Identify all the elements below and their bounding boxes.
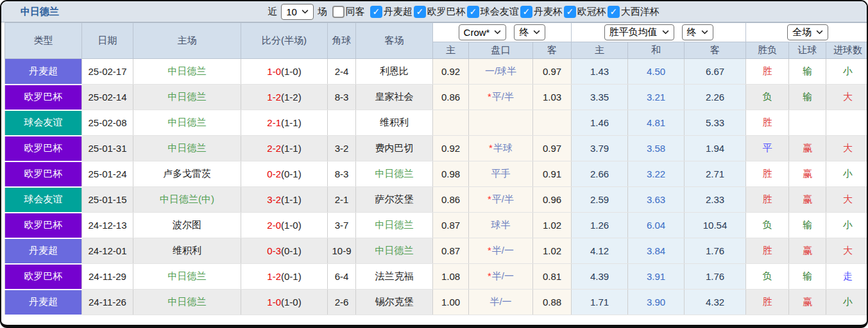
- title-bar: 中日德兰 近 10 场 同客 ✓丹麦超✓欧罗巴杯✓球会友谊✓丹麦杯✓欧冠杯✓大西…: [1, 1, 867, 22]
- league-checkbox[interactable]: ✓: [370, 6, 382, 18]
- match-date: 25-01-24: [82, 161, 133, 187]
- match-date: 24-12-13: [82, 213, 133, 238]
- result-handicap: [789, 110, 826, 136]
- ah-line-text: 平/半: [492, 91, 514, 102]
- match-date: 24-11-26: [82, 290, 133, 315]
- league-filter-label: 丹麦杯: [534, 6, 563, 18]
- away-team: 中日德兰: [356, 238, 433, 264]
- fulltime-score: 2-2: [267, 143, 281, 154]
- league-checkbox[interactable]: ✓: [564, 6, 576, 18]
- avg-away-odds: 5.33: [685, 110, 746, 136]
- col-header-ah-line: 盘口: [469, 42, 533, 59]
- bookmaker-select[interactable]: Crow*: [459, 24, 507, 40]
- fulltime-score: 1-2: [267, 92, 281, 102]
- ah-line: *平/半: [469, 187, 533, 213]
- chevron-down-icon: [662, 30, 669, 35]
- match-row: 欧罗巴杯24-12-13波尔图2-0(1-0)3-7中日德兰0.87球半1.02…: [5, 213, 868, 238]
- league-filter-label: 球会友谊: [481, 6, 519, 18]
- result-handicap: 赢: [789, 161, 826, 187]
- ah-home-odds: 0.92: [433, 136, 469, 161]
- ah-line-text: 平/半: [492, 193, 514, 204]
- result-handicap: 赢: [789, 136, 826, 161]
- match-row: 球会友谊25-02-08中日德兰2-1(1-1)维积利1.464.815.33胜: [5, 110, 868, 136]
- handicap-stage-select[interactable]: 终: [514, 24, 545, 40]
- ah-home-odds: 0.98: [433, 161, 469, 187]
- result-goals: 走: [826, 264, 868, 290]
- league-checkbox[interactable]: ✓: [467, 6, 479, 18]
- result-goals: 大: [826, 136, 868, 161]
- group-header-row: 类型 日期 主场 比分(半场) 角球 客场 Crow* 终: [5, 23, 868, 42]
- home-team: 中日德兰: [133, 136, 241, 161]
- result-handicap: 赢: [789, 187, 826, 213]
- filter-bar: 近 10 场 同客 ✓丹麦超✓欧罗巴杯✓球会友谊✓丹麦杯✓欧冠杯✓大西洋杯: [1, 1, 867, 22]
- match-date: 24-11-29: [82, 264, 133, 290]
- result-scope-select[interactable]: 全场: [787, 24, 828, 40]
- ah-away-odds: 0.96: [533, 187, 572, 213]
- away-team: 锡尔克堡: [356, 290, 433, 315]
- result-group-header: 全场: [746, 23, 868, 42]
- col-header-avg-away: 客: [685, 42, 746, 59]
- ah-away-odds: 0.91: [533, 161, 572, 187]
- avg-draw-odds: 3.91: [628, 264, 685, 290]
- match-rows: 丹麦超25-02-17中日德兰1-0(1-0)2-4利恩比0.92一/球半0.9…: [5, 59, 868, 315]
- ah-line-text: 球半: [491, 219, 511, 230]
- avg-draw-odds: 3.63: [628, 187, 685, 213]
- league-badge: 球会友谊: [5, 187, 82, 213]
- avg-home-odds: 1.46: [572, 110, 628, 136]
- league-checkbox[interactable]: ✓: [608, 6, 620, 18]
- table-container: 类型 日期 主场 比分(半场) 角球 客场 Crow* 终: [1, 22, 867, 316]
- ah-away-odds: 0.88: [533, 290, 572, 315]
- match-row: 欧罗巴杯24-11-29中日德兰1-2(0-1)6-4法兰克福1.08*半/一0…: [5, 264, 868, 290]
- away-team: 萨尔茨堡: [356, 187, 433, 213]
- halftime-score: (1-1): [281, 117, 302, 128]
- avg-home-odds: 1.26: [572, 213, 628, 238]
- chevron-down-icon: [816, 30, 823, 35]
- halftime-score: (1-0): [281, 297, 302, 308]
- league-checkbox[interactable]: ✓: [520, 6, 532, 18]
- ah-away-odds: [533, 110, 572, 136]
- league-checkbox[interactable]: ✓: [414, 6, 426, 18]
- away-team: 皇家社会: [356, 85, 433, 110]
- chevron-down-icon: [533, 30, 540, 35]
- col-header-avg-draw: 和: [628, 42, 685, 59]
- ah-star: *: [489, 142, 493, 153]
- fulltime-score: 2-1: [267, 117, 281, 128]
- result-goals: [826, 110, 868, 136]
- away-team: 利恩比: [356, 59, 433, 85]
- corners: [328, 110, 356, 136]
- league-badge: 欧罗巴杯: [5, 213, 82, 238]
- result-handicap: 输: [789, 85, 826, 110]
- match-date: 25-01-31: [82, 136, 133, 161]
- col-header-home: 主场: [133, 23, 241, 59]
- score-cell: 2-2(1-1): [241, 136, 328, 161]
- away-team: 中日德兰: [356, 213, 433, 238]
- same-venue-checkbox[interactable]: [332, 6, 345, 18]
- league-badge: 欧罗巴杯: [5, 264, 82, 290]
- avg-away-odds: 1.76: [685, 264, 746, 290]
- score-cell: 1-0(1-0): [241, 290, 328, 315]
- home-team: 中日德兰(中): [133, 187, 241, 213]
- result-goals: 小: [826, 161, 868, 187]
- result-wdl: 胜: [746, 110, 789, 136]
- league-filter-label: 大西洋杯: [621, 6, 660, 18]
- odds-type-select[interactable]: 胜平负均值: [604, 24, 674, 40]
- away-team: 法兰克福: [356, 264, 433, 290]
- result-handicap: 赢: [789, 238, 826, 264]
- result-wdl: 负: [746, 213, 789, 238]
- ah-away-odds: 0.81: [533, 264, 572, 290]
- halftime-score: (1-0): [281, 66, 302, 77]
- score-cell: 1-2(0-1): [241, 264, 328, 290]
- avg-home-odds: 2.59: [572, 187, 628, 213]
- avg-away-odds: 6.67: [685, 59, 746, 85]
- league-filter: ✓丹麦超: [370, 6, 413, 18]
- avg-draw-odds: 3.58: [628, 136, 685, 161]
- result-goals: 小: [826, 213, 868, 238]
- chevron-down-icon: [701, 30, 708, 35]
- recent-count-select[interactable]: 10: [281, 4, 314, 20]
- odds-stage-select[interactable]: 终: [682, 24, 713, 40]
- avg-draw-odds: 4.50: [628, 59, 685, 85]
- handicap-stage-value: 终: [519, 26, 529, 38]
- halftime-score: (1-0): [281, 220, 302, 231]
- ah-home-odds: 0.86: [433, 85, 469, 110]
- result-goals: 大: [826, 187, 868, 213]
